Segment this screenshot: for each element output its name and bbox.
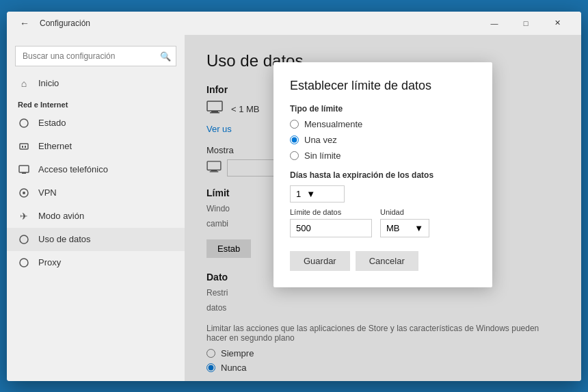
sidebar-label-vpn: VPN xyxy=(38,187,57,198)
window-controls: — □ ✕ xyxy=(479,12,573,35)
limite-field-group: Límite de datos xyxy=(290,208,372,237)
sidebar-item-inicio[interactable]: ⌂ Inicio xyxy=(7,72,185,95)
svg-rect-3 xyxy=(25,146,26,148)
unidad-field-group: Unidad MB ▼ xyxy=(380,208,429,237)
main-content: Uso de datos Infor < 1 MB Ver us Mostra xyxy=(185,35,581,381)
chevron-down-icon3: ▼ xyxy=(414,223,423,233)
sidebar-label-inicio: Inicio xyxy=(38,78,59,88)
minimize-button[interactable]: — xyxy=(479,12,510,35)
unidad-dropdown[interactable]: MB ▼ xyxy=(380,219,429,237)
modal-overlay: Establecer límite de datos Tipo de límit… xyxy=(185,35,581,381)
svg-rect-4 xyxy=(19,166,29,172)
sidebar-item-modo-avion[interactable]: ✈ Modo avión xyxy=(7,205,185,228)
radio-sin-limite-row: Sin límite xyxy=(290,151,476,161)
sidebar-item-proxy[interactable]: Proxy xyxy=(7,251,185,274)
sidebar-item-uso-datos[interactable]: Uso de datos xyxy=(7,228,185,251)
svg-point-0 xyxy=(20,119,28,127)
back-button[interactable]: ← xyxy=(15,14,34,33)
svg-point-9 xyxy=(20,259,28,267)
svg-rect-5 xyxy=(22,172,26,174)
sidebar-item-vpn[interactable]: VPN xyxy=(7,181,185,205)
radio-una-vez-row: Una vez xyxy=(290,135,476,145)
sidebar-label-acceso: Acceso telefónico xyxy=(38,164,108,174)
limite-fields-row: Límite de datos Unidad MB ▼ xyxy=(290,208,476,237)
sidebar: 🔍 ⌂ Inicio Red e Internet Estado Etherne… xyxy=(7,35,185,381)
guardar-button[interactable]: Guardar xyxy=(290,251,350,271)
unidad-field-label: Unidad xyxy=(380,208,429,216)
close-button[interactable]: ✕ xyxy=(542,12,573,35)
svg-rect-1 xyxy=(20,144,28,149)
radio-mensualmente-row: Mensualmente xyxy=(290,119,476,129)
limite-field-label: Límite de datos xyxy=(290,208,372,216)
radio-sin-limite[interactable] xyxy=(290,151,299,160)
tipo-label: Tipo de límite xyxy=(290,104,476,114)
sidebar-section: Red e Internet xyxy=(7,95,185,112)
limite-input[interactable] xyxy=(290,219,372,237)
titlebar: ← Configuración — □ ✕ xyxy=(7,12,581,35)
cancelar-button[interactable]: Cancelar xyxy=(356,251,418,271)
modal-buttons: Guardar Cancelar xyxy=(290,251,476,271)
modal-title: Establecer límite de datos xyxy=(290,79,476,93)
search-input[interactable] xyxy=(15,46,176,66)
sidebar-label-proxy: Proxy xyxy=(38,257,61,267)
maximize-button[interactable]: □ xyxy=(510,12,542,35)
proxy-icon xyxy=(18,257,30,269)
modal-dialog: Establecer límite de datos Tipo de límit… xyxy=(273,62,492,287)
dias-value: 1 xyxy=(296,189,301,199)
uso-datos-icon xyxy=(18,233,30,246)
dias-section: Días hasta la expiración de los datos 1 … xyxy=(290,170,476,202)
search-icon: 🔍 xyxy=(160,51,171,61)
search-container: 🔍 xyxy=(15,46,176,66)
sidebar-item-ethernet[interactable]: Ethernet xyxy=(7,135,185,158)
acceso-icon xyxy=(18,164,30,176)
radio-una-vez[interactable] xyxy=(290,135,299,144)
sidebar-label-uso-datos: Uso de datos xyxy=(38,234,91,244)
sidebar-label-modo-avion: Modo avión xyxy=(38,211,84,221)
sidebar-label-ethernet: Ethernet xyxy=(38,141,72,151)
airplane-icon: ✈ xyxy=(18,210,30,222)
window-title: Configuración xyxy=(40,18,479,28)
radio-una-vez-label: Una vez xyxy=(304,135,337,145)
chevron-down-icon2: ▼ xyxy=(306,189,315,199)
dias-label: Días hasta la expiración de los datos xyxy=(290,170,476,180)
sidebar-label-estado: Estado xyxy=(38,118,66,128)
radio-mensualmente[interactable] xyxy=(290,120,299,129)
dias-dropdown[interactable]: 1 ▼ xyxy=(290,185,345,202)
svg-rect-2 xyxy=(22,146,23,148)
svg-point-8 xyxy=(20,235,28,244)
estado-icon xyxy=(18,117,30,129)
vpn-icon xyxy=(18,187,30,199)
content-area: 🔍 ⌂ Inicio Red e Internet Estado Etherne… xyxy=(7,35,581,381)
sidebar-item-acceso[interactable]: Acceso telefónico xyxy=(7,158,185,181)
settings-window: ← Configuración — □ ✕ 🔍 ⌂ Inicio Red e I… xyxy=(7,12,581,381)
home-icon: ⌂ xyxy=(18,77,30,90)
ethernet-icon xyxy=(18,140,30,153)
svg-point-7 xyxy=(23,192,25,194)
sidebar-item-estado[interactable]: Estado xyxy=(7,112,185,135)
unidad-value: MB xyxy=(386,223,400,233)
radio-sin-limite-label: Sin límite xyxy=(304,151,340,161)
radio-mensualmente-label: Mensualmente xyxy=(304,119,362,129)
